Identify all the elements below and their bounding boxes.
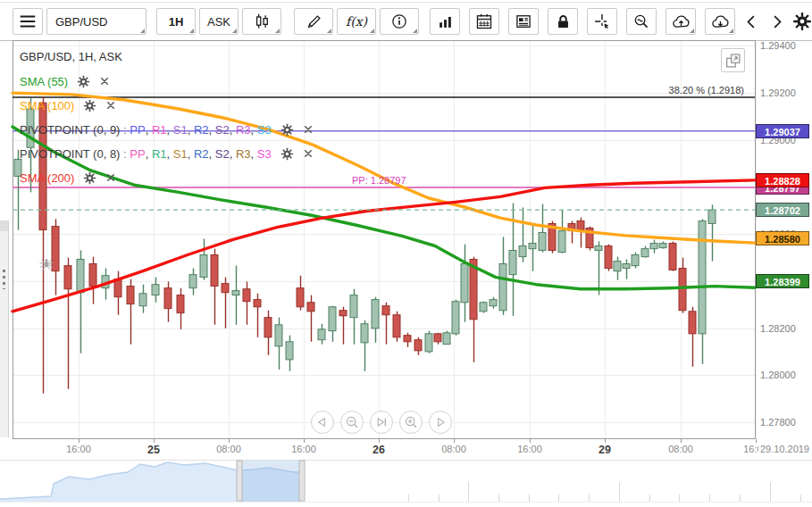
- pivot-level-label: S2: [215, 147, 230, 161]
- zoom-in-button[interactable]: [399, 411, 423, 434]
- cloud-upload-icon: [672, 12, 691, 31]
- volume-button[interactable]: [430, 8, 460, 35]
- info-button[interactable]: [380, 8, 419, 35]
- dropdown-arrow-icon: [327, 29, 331, 33]
- chart-toolbar: GBP/USD 1H ASK f(x): [0, 5, 812, 37]
- gear-icon[interactable]: [280, 123, 294, 137]
- gear-icon[interactable]: [280, 147, 294, 161]
- time-axis-label: 29: [599, 444, 611, 456]
- lock-icon: [554, 12, 573, 31]
- cloud-download-icon: [711, 12, 730, 31]
- forward-button[interactable]: [765, 8, 788, 35]
- zoom-out-icon: [343, 413, 361, 431]
- pivot-level-label: R3: [236, 147, 251, 161]
- back-button[interactable]: [740, 8, 763, 35]
- zoom-out-button[interactable]: [340, 411, 364, 434]
- time-axis-label: 16:00: [517, 444, 542, 454]
- price-badge: 1.29037: [756, 124, 809, 138]
- time-tick: [756, 439, 757, 443]
- price-badge: 1.28580: [756, 231, 809, 245]
- gear-icon[interactable]: [83, 99, 96, 112]
- gear-icon[interactable]: [77, 75, 90, 88]
- pivot-level-label: S3: [257, 123, 272, 137]
- price-badge: 1.28399: [756, 274, 809, 288]
- navigator-selection[interactable]: [237, 461, 305, 502]
- separator: ,: [230, 123, 236, 137]
- separator: ,: [251, 147, 257, 161]
- price-badge: 1.28702: [756, 203, 809, 217]
- save-cloud-button[interactable]: [666, 8, 696, 35]
- legend-indicator-row: SMA (100): [20, 97, 314, 113]
- pivot-level-label: PP: [130, 123, 145, 137]
- price-axis-label: 1.28200: [760, 323, 796, 334]
- indicator-label: SMA (55): [20, 75, 68, 88]
- menu-button[interactable]: [13, 8, 43, 35]
- close-icon[interactable]: [303, 124, 314, 135]
- side-label: ASK: [207, 15, 230, 29]
- time-tick: [605, 439, 606, 443]
- popout-icon: [724, 51, 743, 71]
- chart-legend: GBP/USD, 1H, ASK SMA (55)SMA (100)PIVOTP…: [20, 50, 314, 194]
- separator: ,: [230, 147, 236, 161]
- period-select[interactable]: 1H: [156, 8, 196, 35]
- separator: ,: [209, 123, 215, 137]
- dropdown-arrow-icon: [690, 29, 694, 33]
- close-icon[interactable]: [99, 76, 110, 87]
- lock-button[interactable]: [548, 8, 578, 35]
- close-icon[interactable]: [105, 172, 116, 183]
- indicator-label: PIVOTPOINT (0, 8): [20, 147, 120, 161]
- close-icon[interactable]: [105, 100, 116, 111]
- time-axis-label: 25: [147, 444, 160, 456]
- load-cloud-button[interactable]: [705, 8, 735, 35]
- close-icon[interactable]: [303, 148, 314, 159]
- dropdown-arrow-icon: [729, 29, 733, 33]
- chart-type-candles-icon: [253, 12, 271, 30]
- calendar-icon: [475, 12, 493, 30]
- settings-button[interactable]: [790, 8, 812, 35]
- draw-tools-button[interactable]: [294, 8, 333, 35]
- time-tick: [154, 439, 155, 443]
- news-button[interactable]: [508, 8, 539, 35]
- price-badge: 1.28828: [756, 173, 809, 187]
- navigator-handle[interactable]: [237, 461, 242, 501]
- chart-type-select[interactable]: [242, 8, 281, 35]
- play-to-end-button[interactable]: [370, 411, 393, 434]
- calendar-button[interactable]: [469, 8, 499, 35]
- chart-legend-title: GBP/USD, 1H, ASK: [20, 50, 314, 66]
- step-forward-button[interactable]: [429, 411, 452, 434]
- crosshair-button[interactable]: [587, 8, 617, 35]
- indicators-button[interactable]: f(x): [337, 8, 376, 35]
- indicator-label: SMA (100): [20, 99, 74, 112]
- time-tick: [454, 439, 455, 443]
- navigator-handle[interactable]: [299, 461, 305, 501]
- dropdown-arrow-icon: [370, 29, 374, 33]
- instrument-select[interactable]: GBP/USD: [46, 8, 146, 35]
- legend-indicator-row: PIVOTPOINT (0, 8) : PP, R1, S1, R2, S2, …: [20, 145, 314, 162]
- back-icon: [743, 13, 760, 30]
- zoom-select-button[interactable]: [626, 8, 657, 35]
- pivot-level-label: R2: [194, 123, 209, 137]
- time-tick: [681, 439, 682, 443]
- step-forward-icon: [431, 413, 449, 431]
- gear-icon[interactable]: [83, 171, 96, 185]
- time-axis-label: 26: [373, 444, 385, 456]
- overview-navigator-chart[interactable]: [0, 460, 812, 503]
- top-divider: [0, 2, 812, 3]
- detach-chart-button[interactable]: [721, 48, 745, 72]
- separator: ,: [188, 147, 194, 161]
- forward-icon: [768, 13, 785, 30]
- pivot-level-label: S3: [257, 147, 272, 161]
- pivot-level-label: S2: [215, 123, 230, 137]
- price-axis-label: 1.29400: [760, 40, 796, 51]
- info-icon: [390, 12, 408, 30]
- step-back-button[interactable]: [311, 411, 334, 434]
- overview-navigator: [0, 460, 812, 503]
- side-select[interactable]: ASK: [199, 8, 239, 35]
- dropdown-arrow-icon: [232, 29, 237, 33]
- splitter-drag-handle[interactable]: [3, 270, 5, 289]
- settings-gear-icon: [792, 12, 812, 31]
- instrument-label: GBP/USD: [55, 15, 108, 29]
- time-tick: [79, 439, 80, 443]
- separator: ,: [188, 123, 194, 137]
- menu-icon: [18, 12, 38, 31]
